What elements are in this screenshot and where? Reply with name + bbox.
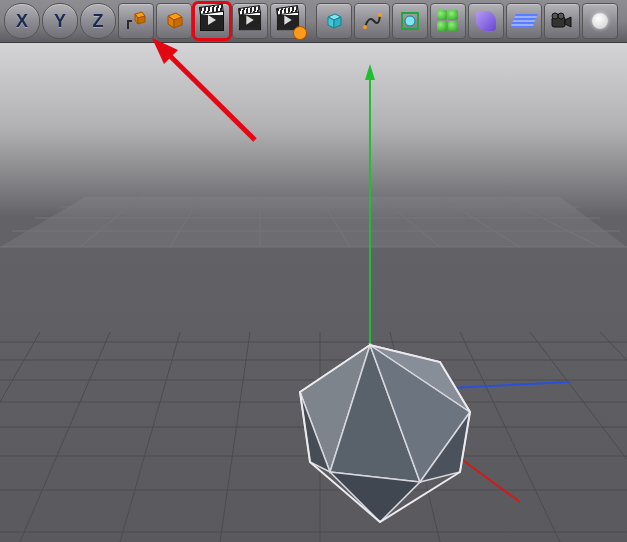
generator-subdiv-icon (400, 11, 420, 31)
svg-marker-2 (138, 16, 145, 24)
axis-z-button[interactable]: Z (80, 3, 116, 39)
primitive-cube-icon (324, 11, 344, 31)
svg-point-9 (363, 25, 367, 29)
svg-marker-16 (0, 197, 627, 247)
array-button[interactable] (430, 3, 466, 39)
svg-line-45 (600, 332, 627, 542)
parent-to-icon (126, 11, 146, 31)
light-button[interactable] (582, 3, 618, 39)
svg-point-12 (405, 16, 415, 26)
make-editable-button[interactable] (156, 3, 192, 39)
generator-array-icon (437, 10, 459, 32)
main-toolbar: X Y Z (0, 0, 627, 43)
deformer-button[interactable] (468, 3, 504, 39)
svg-line-39 (120, 332, 180, 542)
floor-button[interactable] (506, 3, 542, 39)
spline-pen-icon (362, 11, 382, 31)
axis-x-button[interactable]: X (4, 3, 40, 39)
axis-x-label: X (16, 11, 28, 32)
primitive-button[interactable] (316, 3, 352, 39)
svg-line-38 (20, 332, 110, 542)
camera-button[interactable] (544, 3, 580, 39)
gear-icon (293, 26, 307, 40)
svg-point-14 (552, 13, 558, 19)
viewport-scene (0, 42, 627, 542)
light-icon (592, 13, 608, 29)
svg-marker-47 (365, 64, 375, 80)
deformer-icon (476, 11, 496, 31)
axis-z-label: Z (93, 11, 104, 32)
render-settings-button[interactable] (270, 3, 306, 39)
svg-line-43 (460, 332, 560, 542)
svg-line-40 (220, 332, 250, 542)
axis-y-label: Y (54, 11, 66, 32)
render-picture-viewer-button[interactable] (232, 3, 268, 39)
camera-icon (551, 12, 573, 30)
make-editable-icon (164, 11, 184, 31)
spline-button[interactable] (354, 3, 390, 39)
render-view-icon (200, 11, 224, 31)
render-picture-viewer-icon (239, 12, 261, 30)
svg-point-10 (378, 13, 382, 17)
parent-to-button[interactable] (118, 3, 154, 39)
generator-button[interactable] (392, 3, 428, 39)
floor-icon (510, 14, 538, 28)
perspective-viewport[interactable] (0, 42, 627, 542)
render-view-button[interactable] (194, 3, 230, 39)
svg-point-15 (558, 13, 564, 19)
icosahedron-object (300, 345, 470, 522)
axis-y-button[interactable]: Y (42, 3, 78, 39)
